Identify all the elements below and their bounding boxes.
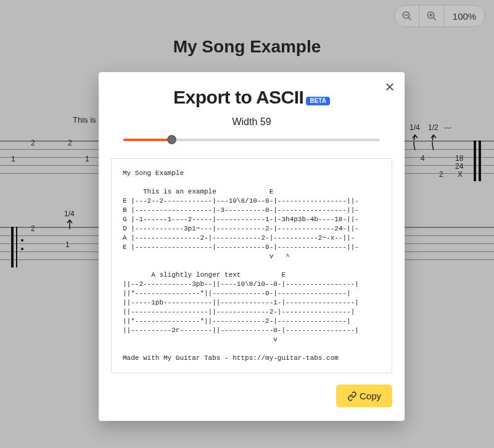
close-button[interactable]: [382, 79, 397, 94]
slider-fill: [123, 139, 172, 141]
modal-footer: Copy: [111, 385, 392, 407]
ascii-output[interactable]: My Song Example This is an example E E |…: [111, 158, 392, 373]
copy-button[interactable]: Copy: [336, 385, 392, 407]
width-label: Width 59: [111, 116, 392, 128]
copy-button-label: Copy: [360, 391, 381, 401]
beta-badge: BETA: [306, 97, 329, 105]
app-root: 100% My Song Example This is 1/4 1/2 〰: [0, 0, 494, 448]
slider-thumb[interactable]: [167, 135, 176, 144]
export-ascii-modal: Export to ASCII BETA Width 59 My Song Ex…: [99, 72, 405, 421]
link-icon: [347, 391, 357, 401]
width-slider[interactable]: [123, 134, 380, 146]
modal-title: Export to ASCII: [173, 87, 303, 108]
modal-header: Export to ASCII BETA: [111, 87, 392, 108]
close-icon: [384, 81, 395, 92]
